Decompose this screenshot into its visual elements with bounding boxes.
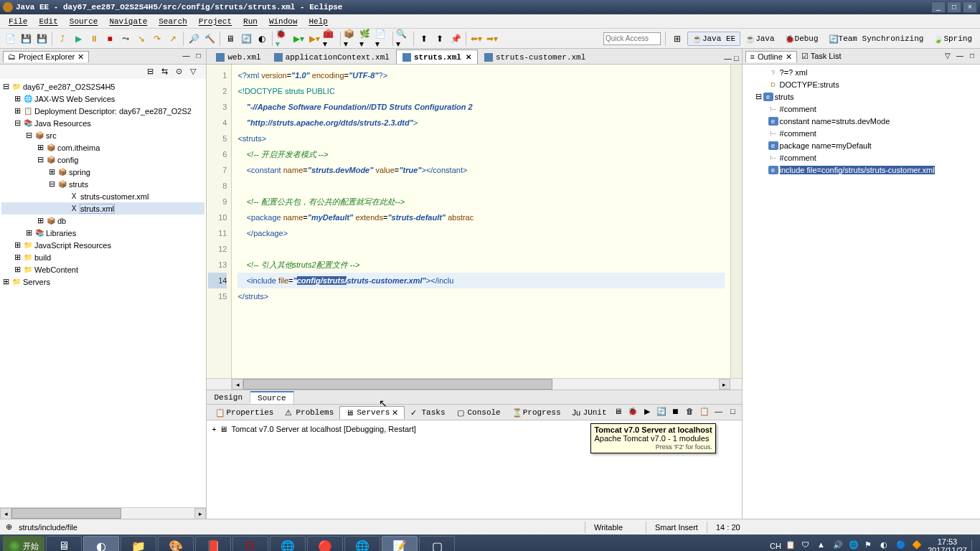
new-java-icon[interactable]: 📦▾ [344, 32, 358, 46]
view-tab-junit[interactable]: JuJUnit [567, 407, 613, 418]
expand-icon[interactable]: + [209, 425, 218, 433]
search-icon[interactable]: 🔍▾ [396, 32, 410, 46]
minimize-view-icon[interactable]: — [181, 52, 191, 62]
editor-tab-web-xml[interactable]: web.xml [209, 50, 267, 64]
view-tab-progress[interactable]: ⏳Progress [507, 407, 567, 418]
app3-task-icon[interactable]: G [232, 536, 268, 551]
close-view-icon[interactable]: ✕ [392, 408, 398, 418]
outline-node[interactable]: !--#comment [744, 127, 979, 139]
pin-icon[interactable]: 📌 [448, 32, 463, 46]
menu-source[interactable]: Source [64, 16, 104, 27]
code-line[interactable]: "http://struts.apache.org/dtds/struts-2.… [237, 115, 724, 131]
code-line[interactable]: <?xml version="1.0" encoding="UTF-8"?> [237, 67, 724, 83]
expand-icon[interactable]: ⊞ [47, 167, 56, 176]
perspective-spring[interactable]: 🍃Spring [928, 32, 977, 46]
tray-icon-8[interactable]: 🔵 [896, 540, 908, 551]
outline-node[interactable]: ??=? xml [744, 66, 979, 78]
project-explorer-tree[interactable]: ⊟📁day67_ee287_O2S2S4H5⊞🌐JAX-WS Web Servi… [0, 79, 206, 507]
disconnect-icon[interactable]: ⤳ [118, 32, 133, 46]
outline-node[interactable]: !--#comment [744, 103, 979, 115]
app4-task-icon[interactable]: ▢ [419, 536, 455, 551]
task-list-tab[interactable]: ☑ Task List [801, 52, 842, 61]
open-perspective-icon[interactable]: ⊞ [670, 32, 684, 46]
outline-node[interactable]: ⊟estruts [744, 90, 979, 103]
expand-icon[interactable]: ⊞ [24, 228, 33, 237]
view-menu-icon[interactable]: ▽ [190, 67, 200, 77]
step-into-icon[interactable]: ↘ [134, 32, 149, 46]
step-return-icon[interactable]: ↗ [166, 32, 180, 46]
quick-access-input[interactable] [603, 32, 661, 45]
tree-node[interactable]: Xstruts-customer.xml [1, 190, 204, 202]
close-view-icon[interactable]: ✕ [77, 52, 84, 62]
tree-node[interactable]: ⊞📋Deployment Descriptor: day67_ee287_O2S… [1, 105, 204, 117]
tree-node[interactable]: ⊞🌐JAX-WS Web Services [1, 93, 204, 105]
new-gen2-icon[interactable]: 📄▾ [375, 32, 390, 46]
tree-node[interactable]: ⊞📦spring [1, 166, 204, 178]
close-button[interactable]: × [963, 1, 977, 13]
perspective-java[interactable]: ☕Java [740, 32, 779, 46]
server-toolbar-btn-8[interactable]: □ [727, 407, 739, 418]
outline-node[interactable]: econstant name=struts.devMode [744, 115, 979, 127]
max-outline-icon[interactable]: □ [967, 52, 977, 62]
close-outline-icon[interactable]: ✕ [786, 52, 792, 62]
expand-icon[interactable]: ⊟ [24, 131, 33, 140]
expand-icon[interactable]: ⊞ [13, 265, 22, 274]
view-tab-properties[interactable]: 📋Properties [209, 407, 279, 418]
tray-icon-1[interactable]: 📋 [786, 540, 797, 551]
expand-icon[interactable]: ⊞ [36, 216, 44, 225]
open-type-icon[interactable]: 🔎 [187, 32, 201, 46]
editor-h-scrollbar[interactable]: ◂▸ [207, 378, 741, 390]
code-line[interactable]: <constant name="struts.devMode" value="t… [237, 162, 724, 178]
forward-icon[interactable]: ➡▾ [485, 32, 499, 46]
maximize-view-icon[interactable]: □ [193, 52, 203, 62]
link-editor-icon[interactable]: ⇆ [161, 67, 171, 77]
tray-icon-2[interactable]: 🛡 [801, 540, 813, 551]
tree-node[interactable]: ⊟📚Java Resources [1, 117, 204, 129]
run-dropdown-icon[interactable]: ▶▾ [291, 32, 306, 46]
resume-icon[interactable]: ▶ [71, 32, 85, 46]
menu-file[interactable]: File [3, 16, 33, 27]
new-server-icon[interactable]: 🖥 [223, 32, 237, 46]
tree-node[interactable]: ⊞📦db [1, 215, 204, 227]
menu-help[interactable]: Help [303, 16, 333, 27]
terminate-icon[interactable]: ■ [103, 32, 117, 46]
menu-edit[interactable]: Edit [33, 16, 63, 27]
focus-icon[interactable]: ⊙ [176, 67, 186, 77]
overview-ruler[interactable] [730, 65, 742, 378]
collapse-all-icon[interactable]: ⊟ [147, 67, 157, 77]
save-all-icon[interactable]: 💾 [34, 32, 49, 46]
tray-icon-9[interactable]: 🔶 [912, 540, 923, 551]
toggle-icon[interactable]: ◐ [255, 32, 269, 46]
editor-mode-source[interactable]: Source [250, 391, 294, 404]
tree-node[interactable]: ⊟📦src [1, 129, 204, 141]
expand-icon[interactable]: ⊞ [13, 253, 22, 262]
view-tab-servers[interactable]: 🖥Servers ✕ [339, 406, 405, 419]
tray-icon-3[interactable]: ▲ [817, 540, 829, 551]
expand-icon[interactable]: ⊞ [13, 106, 22, 116]
menu-project[interactable]: Project [193, 16, 237, 27]
expand-icon[interactable]: ⊟ [1, 82, 10, 91]
tree-node[interactable]: ⊞📁Servers [1, 276, 204, 288]
menu-navigate[interactable]: Navigate [103, 16, 153, 27]
code-line[interactable]: <!-- 引入其他struts2配置文件 --> [237, 257, 724, 273]
editor-tab-struts-xml[interactable]: struts.xml✕ [396, 50, 478, 64]
code-line[interactable]: <!-- 开启开发者模式 --> [237, 146, 724, 162]
outline-node[interactable]: epackage name=myDefault [744, 139, 979, 151]
new-gen-icon[interactable]: 🌿▾ [359, 32, 374, 46]
server-toolbar-btn-1[interactable]: 🐞 [627, 407, 639, 418]
expand-icon[interactable]: ⊟ [36, 155, 44, 164]
close-tab-icon[interactable]: ✕ [466, 53, 471, 61]
code-line[interactable]: <include file="config/struts/struts-cust… [237, 273, 724, 288]
tray-icon-6[interactable]: ⚑ [864, 540, 876, 551]
back-icon[interactable]: ⬅▾ [469, 32, 484, 46]
app2-task-icon[interactable]: 📕 [195, 536, 231, 551]
min-editor-icon[interactable]: — [724, 54, 732, 62]
nav-next-icon[interactable]: ⬆ [433, 32, 447, 46]
debug-dropdown-icon[interactable]: 🐞▾ [275, 32, 290, 46]
folder-task-icon[interactable]: 📁 [121, 536, 156, 551]
tree-node[interactable]: ⊞📦com.itheima [1, 141, 204, 154]
new-icon[interactable]: 📄 [3, 32, 17, 46]
tree-node[interactable]: ⊟📦struts [1, 178, 204, 190]
code-line[interactable]: <package name="myDefault" extends="strut… [237, 209, 724, 225]
server-toolbar-btn-4[interactable]: ⏹ [670, 407, 682, 418]
